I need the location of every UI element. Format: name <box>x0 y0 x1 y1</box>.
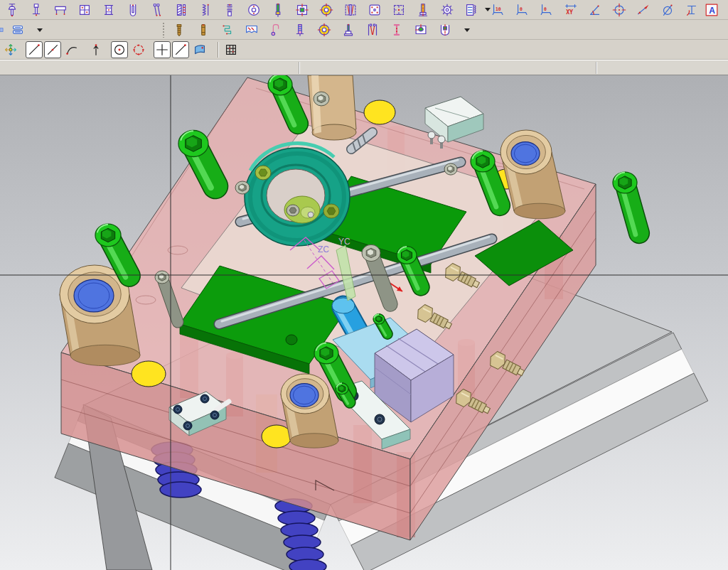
round-insert-button[interactable] <box>245 1 263 19</box>
grid-snap-sep <box>218 42 219 58</box>
cad-application-window: 1000XY A <box>0 0 728 570</box>
move-handle-button[interactable] <box>1 41 20 59</box>
status-bar <box>0 60 728 75</box>
sprue-bushing-in-ring[interactable] <box>284 196 320 223</box>
runner-path-button[interactable] <box>218 21 237 39</box>
snap-arc-button[interactable] <box>63 41 81 59</box>
layers-tool-button[interactable] <box>9 21 27 39</box>
switch-box-button[interactable] <box>412 21 430 39</box>
status-separator-1 <box>299 62 300 74</box>
snap-circle-center-button[interactable] <box>111 41 128 58</box>
ejector-sleeve-button[interactable] <box>27 1 46 19</box>
snap-circle-quadrant-button[interactable] <box>129 41 148 59</box>
locating-ring-tool-button[interactable] <box>317 1 336 19</box>
toolbar-row-3 <box>0 40 728 60</box>
guide-pin-set-button[interactable] <box>341 1 360 19</box>
screw-tool-button[interactable] <box>170 21 188 39</box>
plate-layout-button[interactable] <box>75 1 94 19</box>
mold-assembly-model: ZC YC <box>0 75 728 570</box>
wcs-zc-label: ZC <box>318 244 329 254</box>
toolbar-row-2 <box>0 20 728 40</box>
yellow-plug-bottom[interactable] <box>262 425 291 448</box>
plate-holes-button[interactable] <box>365 1 384 19</box>
diameter-dimension-button[interactable] <box>658 1 677 19</box>
status-separator-2 <box>596 62 597 74</box>
yellow-plug-left[interactable] <box>132 361 166 387</box>
snap-point-button[interactable] <box>87 41 105 59</box>
spring-doc-button[interactable] <box>462 1 481 19</box>
snap-line-mid-button[interactable] <box>44 41 61 58</box>
ejector-pin-button[interactable] <box>124 1 142 19</box>
group-handle <box>162 22 166 38</box>
guide-pin-top[interactable] <box>308 75 356 140</box>
component-dropdown[interactable] <box>464 28 470 32</box>
center-target-button[interactable] <box>610 1 628 19</box>
svg-text:0: 0 <box>520 6 523 12</box>
arrow-annotation-button[interactable] <box>634 1 653 19</box>
snap-intersection-button[interactable] <box>154 41 171 58</box>
lifter-button[interactable] <box>172 1 191 19</box>
steel-bolt-5[interactable] <box>444 163 457 175</box>
core-pin-button[interactable] <box>269 1 287 19</box>
pocket-cup-button[interactable] <box>436 21 454 39</box>
banner-note-button[interactable] <box>242 21 261 39</box>
cavity-insert-button[interactable] <box>293 1 311 19</box>
steel-bolt-4[interactable] <box>314 92 329 106</box>
h-pin-button[interactable] <box>387 21 406 39</box>
snap-surface-button[interactable] <box>191 41 209 59</box>
text-label-tool-button[interactable]: A <box>702 1 721 19</box>
support-pillar-button[interactable] <box>220 1 239 19</box>
column-tool-button[interactable] <box>414 1 432 19</box>
graphics-viewport[interactable]: ZC YC <box>0 75 728 570</box>
dowel-pin-tool-button[interactable] <box>194 21 213 39</box>
grid-snap-button[interactable] <box>222 41 240 59</box>
component-toolbar <box>162 21 474 39</box>
perpendicular-dimension-button[interactable] <box>682 1 701 19</box>
panel-tool-button[interactable] <box>0 21 7 39</box>
toolbar-row-1: 1000XY A <box>0 0 728 20</box>
mold-base-button[interactable] <box>51 1 70 19</box>
ring-bolt-2[interactable] <box>323 204 339 218</box>
dimension-toolbar: 1000XY <box>489 1 707 19</box>
snap-on-curve-button[interactable] <box>172 41 189 58</box>
yellow-plug-top[interactable] <box>364 100 395 124</box>
xy-dimension-button[interactable]: XY <box>562 1 580 19</box>
svg-text:0: 0 <box>544 6 547 12</box>
ordinate-dim-10-button[interactable]: 10 <box>489 1 508 19</box>
gear-settings-button[interactable] <box>438 1 456 19</box>
cross-pins-button[interactable] <box>363 21 382 39</box>
sprue-puller-button[interactable] <box>3 1 21 19</box>
ordinate-dim-y0-button[interactable]: 0 <box>537 1 556 19</box>
locating-ring-2-button[interactable] <box>315 21 333 39</box>
angle-pin-button[interactable] <box>148 1 166 19</box>
pocket-tool-button[interactable] <box>390 1 408 19</box>
text-toolbar: A <box>702 1 727 19</box>
wcs-yc-label: YC <box>338 237 350 247</box>
ejector-unit-button[interactable] <box>339 21 358 39</box>
svg-text:XY: XY <box>566 9 573 16</box>
mold-toolbar <box>3 1 486 19</box>
snap-toolbar <box>1 41 246 59</box>
sprue-bushing-button[interactable] <box>100 1 118 19</box>
layers-dropdown[interactable] <box>37 28 43 32</box>
ring-bolt-1[interactable] <box>255 166 271 180</box>
svg-text:10: 10 <box>496 6 501 12</box>
angle-dimension-button[interactable] <box>586 1 604 19</box>
view-toolbar <box>0 21 47 39</box>
ordinate-dim-x0-button[interactable]: 0 <box>513 1 532 19</box>
steel-bolt-3[interactable] <box>235 181 250 194</box>
svg-text:A: A <box>709 6 715 16</box>
shcs-floating-5[interactable] <box>613 172 639 235</box>
threaded-stud-button[interactable] <box>291 21 309 39</box>
tube-note-button[interactable] <box>267 21 285 39</box>
snap-line-end-button[interactable] <box>26 41 43 58</box>
spring-tool-button[interactable] <box>196 1 215 19</box>
